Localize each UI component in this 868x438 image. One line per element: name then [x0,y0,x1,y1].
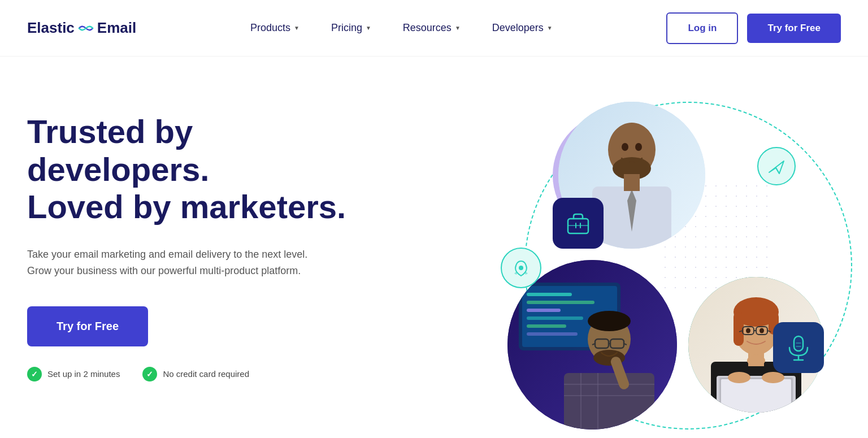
svg-point-6 [622,143,628,151]
logo-text-start: Elastic [27,19,75,37]
logo-text-end: Email [97,19,136,37]
microphone-icon-box [773,322,824,373]
svg-point-18 [588,311,631,331]
chevron-down-icon: ▼ [455,25,461,31]
svg-rect-13 [527,309,561,312]
nav-item-resources[interactable]: Resources ▼ [387,15,476,41]
nav-item-products[interactable]: Products ▼ [235,15,315,41]
try-for-free-hero-button[interactable]: Try for Free [27,306,148,346]
svg-point-7 [635,143,642,151]
try-for-free-nav-button[interactable]: Try for Free [747,14,841,43]
svg-rect-55 [794,336,803,351]
chevron-down-icon: ▼ [294,25,300,31]
svg-point-50 [747,355,765,366]
hero-checks: ✓ Set up in 2 minutes ✓ No credit card r… [27,367,355,381]
svg-point-44 [760,328,764,333]
microphone-icon [784,333,813,362]
nav-links: Products ▼ Pricing ▼ Resources ▼ Develop… [136,15,666,41]
svg-point-48 [728,372,750,383]
svg-rect-11 [527,293,572,296]
nav-item-pricing[interactable]: Pricing ▼ [315,15,387,41]
login-button[interactable]: Log in [666,12,738,44]
hero-left: Trusted by developers. Loved by marketer… [27,90,355,381]
hero-subtitle: Take your email marketing and email deli… [27,246,321,279]
svg-marker-61 [769,161,784,174]
svg-rect-47 [721,379,791,413]
hero-section: Trusted by developers. Loved by marketer… [0,57,868,438]
check-icon-credit: ✓ [142,367,157,381]
hero-right [355,90,841,438]
chevron-down-icon: ▼ [366,25,371,31]
svg-rect-12 [527,301,594,304]
navbar: Elastic Email Products ▼ Pricing ▼ Resou… [0,0,868,57]
svg-point-43 [746,328,750,333]
check-item-credit: ✓ No credit card required [142,367,249,381]
check-item-setup: ✓ Set up in 2 minutes [27,367,120,381]
svg-rect-15 [527,324,566,328]
send-icon [767,157,786,176]
check-icon-setup: ✓ [27,367,42,381]
chevron-down-icon: ▼ [547,25,553,31]
svg-rect-14 [527,316,583,320]
rocket-icon-circle [501,248,541,288]
logo-icon [78,23,94,33]
nav-item-developers[interactable]: Developers ▼ [476,15,568,41]
hero-title: Trusted by developers. Loved by marketer… [27,113,355,226]
send-icon-circle [757,147,796,185]
briefcase-icon [563,209,593,238]
svg-rect-16 [527,332,578,336]
svg-point-49 [762,372,784,383]
nav-actions: Log in Try for Free [666,12,841,44]
briefcase-icon-box [553,198,604,249]
svg-line-62 [776,168,779,174]
svg-point-60 [519,266,523,270]
rocket-icon [511,258,531,278]
logo[interactable]: Elastic Email [27,19,136,37]
person-developer [507,260,677,430]
svg-rect-5 [624,174,640,191]
